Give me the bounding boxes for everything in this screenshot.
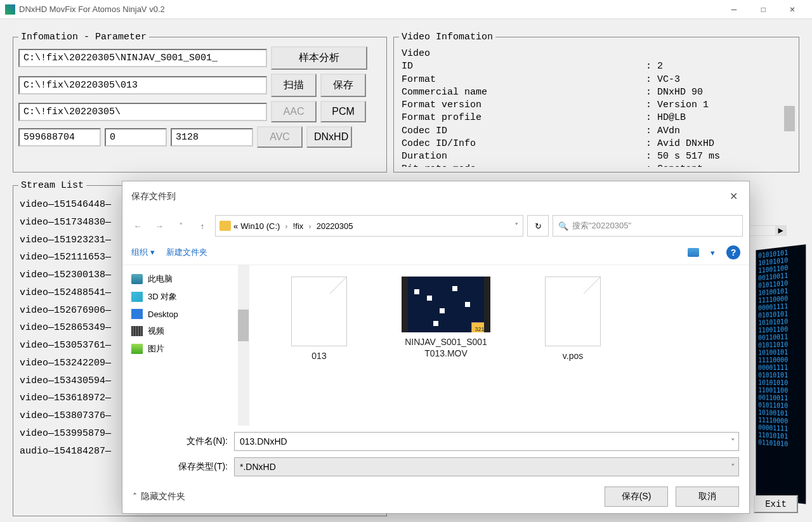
sidebar-scrollbar[interactable] xyxy=(238,265,249,426)
maximize-button[interactable]: ☐ xyxy=(749,0,778,19)
sidebar-item[interactable]: Desktop xyxy=(122,306,249,322)
vi-key: Codec ID/Info xyxy=(402,138,646,150)
refresh-button[interactable]: ↻ xyxy=(527,215,549,237)
file-label: v.pos xyxy=(563,350,583,362)
file-item[interactable]: v.pos xyxy=(522,277,624,362)
search-icon: 🔍 xyxy=(558,221,568,231)
desktop-icon xyxy=(131,309,143,319)
aac-button[interactable]: AAC xyxy=(271,101,317,122)
filename-input[interactable] xyxy=(234,432,739,451)
vi-key: ID xyxy=(402,60,646,73)
analyze-button[interactable]: 样本分析 xyxy=(271,46,367,70)
save-button[interactable]: 保存 xyxy=(320,74,366,97)
file-item[interactable]: 321NINJAV_S001_S001 T013.MOV xyxy=(395,277,497,359)
vi-key: Video xyxy=(402,48,646,60)
dialog-title: 保存文件到 xyxy=(131,191,727,202)
scan-button[interactable]: 扫描 xyxy=(271,74,317,97)
filetype-select[interactable] xyxy=(234,457,739,476)
chevron-down-icon[interactable]: ˅ xyxy=(731,462,735,472)
chevron-right-icon: › xyxy=(306,221,313,231)
dialog-close-icon[interactable]: ✕ xyxy=(727,188,740,205)
chevron-up-icon: ˄ xyxy=(133,492,137,502)
vi-val: : VC-3 xyxy=(646,74,680,86)
breadcrumb[interactable]: « Win10 (C:) › !fix › 20220305 ˅ xyxy=(215,215,523,237)
computer-icon xyxy=(131,274,143,284)
vi-val: : DNxHD 90 xyxy=(646,86,703,99)
source-path-input[interactable] xyxy=(18,49,267,67)
file-label: NINJAV_S001_S001 T013.MOV xyxy=(395,336,497,359)
file-icon xyxy=(545,277,601,346)
breadcrumb-drive[interactable]: Win10 (C:) xyxy=(240,221,280,231)
dnxhd-button[interactable]: DNxHD xyxy=(306,126,352,148)
info-parameter-group: Infomation - Parameter 样本分析 扫描 保存 AAC PC… xyxy=(13,32,387,173)
avc-button[interactable]: AVC xyxy=(257,126,303,148)
nav-forward-icon[interactable]: → xyxy=(150,217,168,235)
breadcrumb-seg2[interactable]: 20220305 xyxy=(317,221,353,231)
vi-key: Commercial name xyxy=(402,86,646,99)
vi-key: Format profile xyxy=(402,112,646,124)
vi-key: Format version xyxy=(402,99,646,112)
target-path-input[interactable] xyxy=(18,76,267,95)
vi-key: Duration xyxy=(402,150,646,163)
video-info-scrollbar[interactable] xyxy=(784,55,795,168)
file-list-area[interactable]: 013321NINJAV_S001_S001 T013.MOVv.pos xyxy=(249,265,749,426)
breadcrumb-seg1[interactable]: !fix xyxy=(293,221,304,231)
vi-val: : Avid DNxHD xyxy=(646,138,714,150)
hide-folders-toggle[interactable]: ˄ 隐藏文件夹 xyxy=(133,491,185,502)
video-info-legend: Video Infomation xyxy=(399,32,495,42)
chevron-down-icon[interactable]: ˅ xyxy=(731,437,735,447)
dialog-sidebar: 此电脑3D 对象Desktop视频图片 xyxy=(122,265,249,426)
pcm-button[interactable]: PCM xyxy=(320,101,366,122)
pic-icon xyxy=(131,344,143,354)
file-label: 013 xyxy=(311,350,326,362)
search-input[interactable]: 🔍 搜索"20220305" xyxy=(553,215,743,237)
info-param-legend: Infomation - Parameter xyxy=(18,32,149,42)
vi-val: : Constant xyxy=(646,163,703,167)
sidebar-item[interactable]: 图片 xyxy=(122,340,249,358)
vi-val: : HD@LB xyxy=(646,112,686,124)
save-file-dialog: 保存文件到 ✕ ← → ˅ ↑ « Win10 (C:) › !fix › 20… xyxy=(122,181,750,514)
num1-input[interactable] xyxy=(18,128,101,147)
view-mode-icon[interactable] xyxy=(688,248,699,257)
vi-val: : 2 xyxy=(646,60,663,73)
organize-menu[interactable]: 组织 ▾ xyxy=(131,247,155,258)
dialog-cancel-button[interactable]: 取消 xyxy=(676,486,739,507)
num3-input[interactable] xyxy=(171,128,253,147)
vi-val: : 50 s 517 ms xyxy=(646,150,720,163)
file-item[interactable]: 013 xyxy=(268,277,370,362)
file-icon xyxy=(291,277,347,346)
output-dir-input[interactable] xyxy=(18,103,267,121)
dialog-save-button[interactable]: 保存(S) xyxy=(605,486,668,507)
chevron-down-icon[interactable]: ▾ xyxy=(710,248,715,258)
num2-input[interactable] xyxy=(105,128,167,147)
sidebar-item[interactable]: 此电脑 xyxy=(122,270,249,288)
vi-key: Format xyxy=(402,74,646,86)
folder-icon xyxy=(219,221,231,231)
video-icon xyxy=(131,326,143,336)
window-title: DNxHD MovFix For Atomos NinjaV v0.2 xyxy=(19,4,719,14)
nav-back-icon[interactable]: ← xyxy=(129,217,147,235)
vi-val: : Version 1 xyxy=(646,99,709,112)
help-icon[interactable]: ? xyxy=(726,245,740,259)
filetype-label: 保存类型(T): xyxy=(133,461,228,473)
video-file-icon: 321 xyxy=(402,277,490,332)
nav-up-icon[interactable]: ↑ xyxy=(193,217,211,235)
stream-list-legend: Stream List xyxy=(18,180,86,191)
sidebar-item[interactable]: 视频 xyxy=(122,322,249,340)
app-icon xyxy=(5,4,15,15)
minimize-button[interactable]: — xyxy=(719,0,749,19)
scroll-right-icon[interactable]: ► xyxy=(775,226,786,235)
chevron-down-icon[interactable]: ˅ xyxy=(514,221,519,231)
chevron-right-icon: › xyxy=(282,221,290,231)
binary-visual-panel: 0101010110101010110011000011001101011010… xyxy=(756,244,806,504)
exit-button[interactable]: Exit xyxy=(754,495,798,513)
nav-recent-icon[interactable]: ˅ xyxy=(172,217,190,235)
filename-label: 文件名(N): xyxy=(133,436,228,447)
titlebar: DNxHD MovFix For Atomos NinjaV v0.2 — ☐ … xyxy=(0,0,812,19)
new-folder-button[interactable]: 新建文件夹 xyxy=(166,247,207,258)
3d-icon xyxy=(131,292,143,302)
close-button[interactable]: ✕ xyxy=(778,0,807,19)
sidebar-item[interactable]: 3D 对象 xyxy=(122,288,249,306)
vi-key: Codec ID xyxy=(402,125,646,138)
vi-val: : AVdn xyxy=(646,125,680,138)
